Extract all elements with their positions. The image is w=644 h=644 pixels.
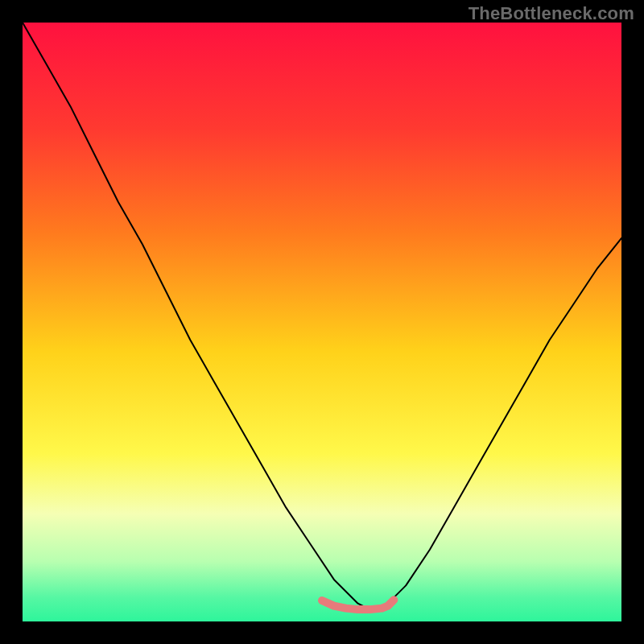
- gradient-background: [23, 23, 621, 621]
- watermark-text: TheBottleneck.com: [469, 3, 634, 24]
- chart-frame: TheBottleneck.com: [0, 0, 644, 644]
- plot-area: [23, 23, 621, 621]
- chart-svg: [23, 23, 621, 621]
